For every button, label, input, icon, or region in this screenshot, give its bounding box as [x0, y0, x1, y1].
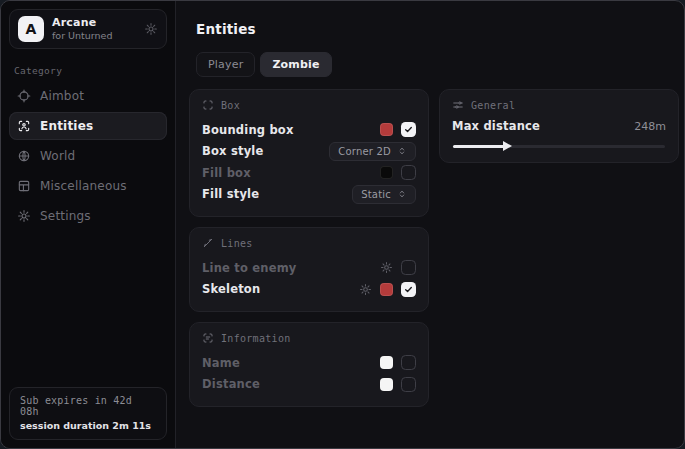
gear-icon[interactable]	[144, 22, 158, 36]
chevrons-up-down-icon	[397, 146, 407, 156]
box-card-title: Box	[221, 100, 240, 111]
brand-text: Arcane for Unturned	[52, 16, 112, 42]
session-duration-text: session duration 2m 11s	[20, 420, 156, 431]
slider-thumb[interactable]	[503, 141, 512, 151]
setting-row-distance: Distance	[202, 374, 416, 396]
information-card: Information Name Distance	[189, 322, 429, 407]
fill-style-value: Static	[361, 189, 391, 200]
app-subtitle: for Unturned	[52, 30, 112, 42]
general-card-title: General	[471, 100, 515, 111]
setting-row-bounding-box: Bounding box	[202, 119, 416, 141]
skeleton-label: Skeleton	[202, 282, 260, 296]
setting-row-skeleton: Skeleton	[202, 279, 416, 301]
setting-row-fill-style: Fill style Static	[202, 184, 416, 206]
skeleton-checkbox[interactable]	[401, 282, 416, 297]
information-card-title: Information	[221, 333, 291, 344]
distance-checkbox[interactable]	[401, 377, 416, 392]
diagonal-line-icon	[202, 237, 214, 249]
general-card: General Max distance 248m	[439, 89, 679, 163]
gear-icon	[17, 209, 31, 223]
sidebar-nav: Aimbot Entities World	[9, 82, 167, 230]
sidebar-item-label: Entities	[40, 119, 93, 133]
sidebar-item-settings[interactable]: Settings	[9, 202, 167, 230]
sub-expiry-text: Sub expires in 42d 08h	[20, 395, 156, 417]
bounding-box-checkbox[interactable]	[401, 122, 416, 137]
bounding-box-color-swatch[interactable]	[380, 123, 393, 136]
setting-row-line-to-enemy: Line to enemy	[202, 257, 416, 279]
left-column: Box Bounding box Box style	[189, 89, 429, 417]
slider-fill	[453, 145, 506, 148]
scan-entity-icon	[17, 119, 31, 133]
information-card-header: Information	[202, 332, 416, 344]
sidebar-item-world[interactable]: World	[9, 142, 167, 170]
bounding-box-label: Bounding box	[202, 123, 294, 137]
box-style-value: Corner 2D	[338, 146, 391, 157]
line-to-enemy-label: Line to enemy	[202, 261, 297, 275]
name-checkbox[interactable]	[401, 355, 416, 370]
scan-box-icon	[202, 99, 214, 111]
box-style-dropdown[interactable]: Corner 2D	[329, 142, 416, 161]
app-logo: A	[18, 16, 44, 42]
sidebar-item-aimbot[interactable]: Aimbot	[9, 82, 167, 110]
max-distance-value: 248m	[634, 120, 666, 133]
sidebar-item-label: Miscellaneous	[40, 179, 127, 193]
fill-box-checkbox[interactable]	[401, 165, 416, 180]
brand-card: A Arcane for Unturned	[9, 9, 167, 49]
general-card-header: General	[452, 99, 666, 111]
name-label: Name	[202, 356, 240, 370]
box-card-header: Box	[202, 99, 416, 111]
skeleton-settings-gear-icon[interactable]	[359, 283, 372, 296]
chevrons-up-down-icon	[397, 189, 407, 199]
card-columns: Box Bounding box Box style	[189, 89, 679, 417]
sidebar-item-label: Aimbot	[40, 89, 84, 103]
right-column: General Max distance 248m	[439, 89, 679, 173]
sliders-icon	[452, 99, 464, 111]
box-style-label: Box style	[202, 144, 263, 158]
app-logo-letter: A	[26, 21, 37, 37]
sidebar-item-label: World	[40, 149, 75, 163]
setting-row-name: Name	[202, 352, 416, 374]
box-card: Box Bounding box Box style	[189, 89, 429, 217]
main-content: Entities Player Zombie Box	[176, 1, 685, 448]
sidebar-item-entities[interactable]: Entities	[9, 112, 167, 140]
line-to-enemy-checkbox[interactable]	[401, 260, 416, 275]
fill-box-label: Fill box	[202, 166, 251, 180]
lines-card-title: Lines	[221, 238, 253, 249]
scan-text-icon	[202, 332, 214, 344]
skeleton-color-swatch[interactable]	[380, 283, 393, 296]
globe-icon	[17, 149, 31, 163]
tab-bar: Player Zombie	[196, 52, 679, 77]
app-window: A Arcane for Unturned Category	[0, 0, 685, 449]
max-distance-label: Max distance	[452, 119, 540, 133]
lines-card: Lines Line to enemy	[189, 227, 429, 312]
page-title: Entities	[196, 21, 679, 37]
tab-player[interactable]: Player	[196, 52, 255, 77]
sidebar: A Arcane for Unturned Category	[1, 1, 176, 448]
setting-row-fill-box: Fill box	[202, 162, 416, 184]
crosshair-icon	[17, 89, 31, 103]
sidebar-item-label: Settings	[40, 209, 91, 223]
max-distance-slider[interactable]	[453, 141, 665, 151]
distance-color-swatch[interactable]	[380, 378, 393, 391]
fill-style-dropdown[interactable]: Static	[352, 185, 416, 204]
category-label: Category	[14, 65, 167, 76]
tab-zombie[interactable]: Zombie	[260, 52, 331, 77]
layout-grid-icon	[17, 179, 31, 193]
lines-card-header: Lines	[202, 237, 416, 249]
max-distance-row: Max distance 248m	[452, 119, 666, 133]
setting-row-box-style: Box style Corner 2D	[202, 141, 416, 163]
subscription-info-box: Sub expires in 42d 08h session duration …	[9, 387, 167, 440]
distance-label: Distance	[202, 377, 260, 391]
name-color-swatch[interactable]	[380, 356, 393, 369]
app-title: Arcane	[52, 16, 112, 30]
fill-box-color-swatch[interactable]	[380, 166, 393, 179]
fill-style-label: Fill style	[202, 187, 259, 201]
line-to-enemy-settings-gear-icon[interactable]	[380, 261, 393, 274]
sidebar-item-miscellaneous[interactable]: Miscellaneous	[9, 172, 167, 200]
